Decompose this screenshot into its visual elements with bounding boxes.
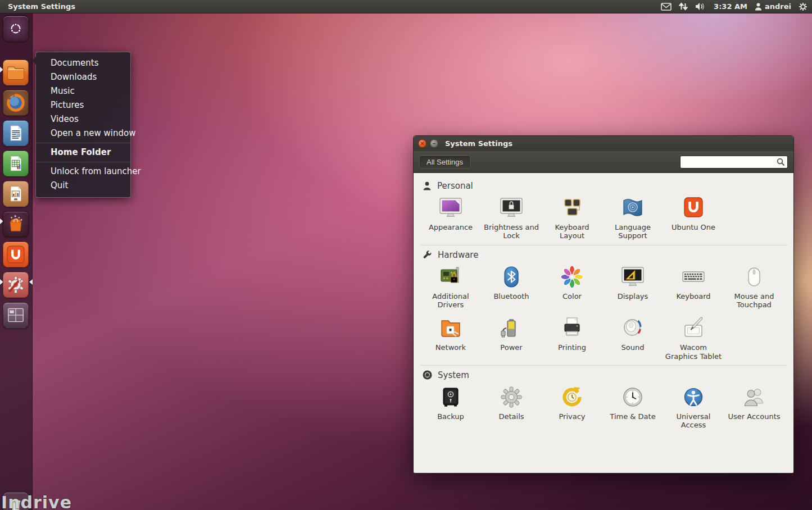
setting-item-universal-access[interactable]: Universal Access [664, 384, 723, 430]
menu-item-pictures[interactable]: Pictures [36, 98, 130, 112]
personal-grid: Appearance Brightness and Lock [420, 194, 788, 240]
setting-label: Displays [618, 292, 648, 300]
language-flag-icon [619, 194, 646, 221]
printer-icon [559, 315, 586, 341]
launcher-item-impress[interactable] [3, 181, 29, 207]
clock[interactable]: 3:32 AM [714, 2, 747, 11]
window-title: System Settings [445, 139, 512, 148]
setting-item-appearance[interactable]: Appearance [421, 194, 480, 240]
setting-item-displays[interactable]: Displays [603, 263, 663, 309]
setting-item-printing[interactable]: Printing [542, 315, 602, 361]
active-app-title: System Settings [8, 2, 75, 11]
all-settings-button[interactable]: All Settings [419, 156, 470, 169]
setting-item-brightness-and-lock[interactable]: Brightness and Lock [482, 194, 541, 240]
settings-content: Personal Appearance [414, 173, 793, 473]
launcher-item-system-settings[interactable] [3, 272, 29, 298]
setting-item-user-accounts[interactable]: User Accounts [724, 384, 784, 430]
ubuntu-logo-icon [6, 19, 26, 39]
setting-item-mouse-and-touchpad[interactable]: Mouse and Touchpad [724, 263, 784, 309]
menu-item-music[interactable]: Music [36, 84, 130, 98]
menu-item-unlock-from-launcher[interactable]: Unlock from launcher [36, 165, 130, 179]
launcher-item-calc[interactable] [3, 151, 29, 176]
setting-item-ubuntu-one[interactable]: Ubuntu One [664, 194, 723, 240]
launcher-item-files[interactable] [3, 60, 29, 85]
setting-item-time-and-date[interactable]: Time & Date [603, 384, 663, 430]
network-transfer-icon[interactable] [679, 2, 688, 11]
setting-item-color[interactable]: Color [542, 263, 602, 309]
minimize-button[interactable]: – [430, 139, 438, 148]
launcher-item-writer[interactable] [3, 120, 29, 146]
setting-item-language-support[interactable]: Language Support [603, 194, 663, 240]
launcher-item-dash-home[interactable] [3, 16, 29, 42]
setting-item-power[interactable]: Power [482, 315, 541, 361]
setting-label: Privacy [559, 412, 585, 421]
setting-item-additional-drivers[interactable]: Additional Drivers [421, 263, 480, 309]
menu-item-quit[interactable]: Quit [36, 179, 130, 193]
setting-item-backup[interactable]: Backup [421, 384, 480, 430]
setting-item-keyboard-layout[interactable]: Keyboard Layout [542, 194, 602, 240]
keyboard-icon [680, 263, 707, 290]
window-titlebar[interactable]: ✕ – System Settings [414, 136, 793, 151]
section-divider [420, 365, 788, 366]
section-title: Personal [437, 181, 473, 191]
setting-item-wacom-graphics-tablet[interactable]: Wacom Graphics Tablet [664, 315, 723, 361]
setting-label: Keyboard [676, 292, 710, 300]
brightness-lock-icon [498, 194, 525, 221]
search-input[interactable] [680, 156, 788, 169]
setting-label: Network [436, 343, 466, 352]
safe-icon [437, 384, 464, 411]
impress-presentation-icon [5, 183, 26, 204]
setting-item-keyboard[interactable]: Keyboard [664, 263, 723, 309]
setting-item-bluetooth[interactable]: Bluetooth [482, 263, 541, 309]
gear-icon [498, 384, 525, 411]
setting-label: Additional Drivers [421, 292, 480, 309]
close-button[interactable]: ✕ [418, 139, 427, 148]
ubuntu-emblem-icon [423, 370, 432, 380]
launcher-item-ubuntu-one[interactable] [3, 242, 29, 267]
circuit-board-lock-icon [437, 263, 464, 290]
setting-item-details[interactable]: Details [482, 384, 541, 430]
firefox-icon [5, 92, 26, 113]
setting-label: Appearance [429, 223, 473, 231]
setting-label: Time & Date [610, 412, 655, 421]
launcher-item-software-center[interactable] [3, 211, 29, 237]
menu-item-open-new-window[interactable]: Open a new window [36, 126, 130, 140]
search-icon [777, 158, 785, 166]
setting-label: Wacom Graphics Tablet [664, 343, 723, 361]
menu-item-downloads[interactable]: Downloads [36, 70, 130, 84]
menu-item-documents[interactable]: Documents [36, 56, 130, 70]
volume-icon[interactable] [695, 2, 706, 11]
section-title: System [438, 370, 469, 380]
menu-separator [36, 143, 130, 143]
hardware-grid: Additional Drivers Bluetooth [420, 263, 788, 361]
keyboard-layout-icon [559, 194, 586, 221]
menu-item-videos[interactable]: Videos [36, 112, 130, 126]
section-divider [420, 245, 788, 245]
top-panel: System Settings 3:32 AM andrei [0, 0, 812, 13]
clock-icon [619, 384, 646, 411]
unity-launcher [0, 13, 33, 510]
setting-item-network[interactable]: Network [421, 315, 480, 361]
color-flower-icon [559, 263, 586, 290]
section-title: Hardware [438, 250, 478, 260]
setting-label: Bluetooth [493, 292, 529, 300]
desktop-wallpaper: System Settings 3:32 AM andrei [0, 0, 812, 510]
menu-item-home-folder[interactable]: Home Folder [36, 145, 130, 160]
launcher-item-firefox[interactable] [3, 90, 29, 116]
session-gear-icon[interactable] [799, 2, 808, 11]
watermark: Indrive [1, 493, 72, 510]
setting-label: Language Support [603, 223, 663, 240]
network-folder-icon [437, 315, 464, 341]
setting-item-sound[interactable]: Sound [603, 315, 663, 361]
setting-label: Keyboard Layout [542, 223, 602, 240]
history-clock-icon [559, 384, 586, 411]
launcher-item-workspace-switcher[interactable] [3, 302, 29, 328]
gear-wrench-icon [5, 274, 26, 295]
user-menu[interactable]: andrei [755, 2, 791, 11]
bluetooth-icon [498, 263, 525, 290]
setting-label: Ubuntu One [672, 223, 715, 231]
system-grid: Backup Details [420, 384, 788, 430]
mail-icon[interactable] [661, 3, 672, 11]
setting-item-privacy[interactable]: Privacy [542, 384, 602, 430]
setting-label: User Accounts [728, 412, 780, 421]
